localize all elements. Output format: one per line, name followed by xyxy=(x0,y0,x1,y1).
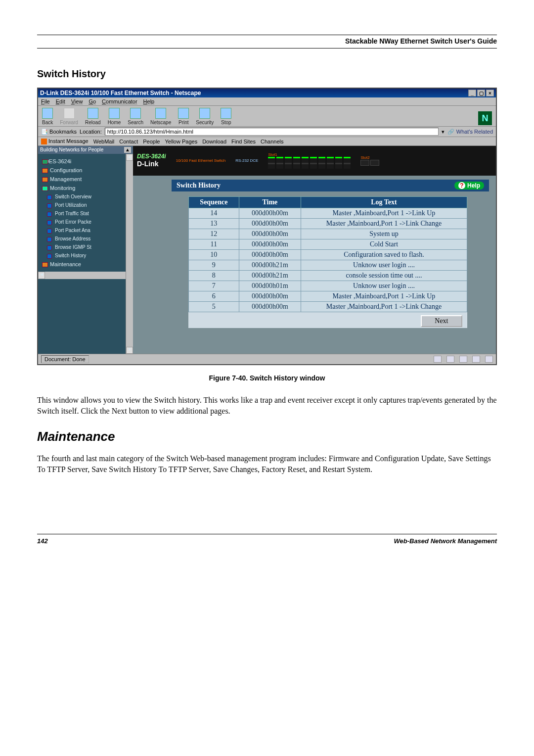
menu-file[interactable]: File xyxy=(41,98,50,104)
sidebar-header: Building Networks for People ▲ xyxy=(38,146,133,154)
tree-port-utilization[interactable]: Port Utilization xyxy=(41,201,133,209)
security-button[interactable]: Security xyxy=(196,108,214,125)
location-bar: 📑 Bookmarks Location: ▾ 🔗 What's Related xyxy=(38,127,496,137)
section-heading-maintenance: Maintenance xyxy=(37,429,497,444)
cell-log-text: Cold Start xyxy=(301,239,467,250)
netscape-logo-icon: N xyxy=(478,111,492,125)
link-channels[interactable]: Channels xyxy=(261,139,283,144)
cell-log-text: Unknow user login .... xyxy=(301,260,467,271)
table-row: 8000d00h21mconsole session time out .... xyxy=(189,271,467,281)
status-bar: Document: Done xyxy=(38,354,496,364)
menu-edit[interactable]: Edit xyxy=(56,98,65,104)
device-subtitle: 10/100 Fast Ethernet Switch xyxy=(176,158,226,163)
maximize-button[interactable]: ▢ xyxy=(477,90,485,96)
back-icon xyxy=(42,108,53,119)
back-button[interactable]: Back xyxy=(42,108,53,125)
table-header-row: Sequence Time Log Text xyxy=(189,197,467,208)
link-people[interactable]: People xyxy=(143,139,160,144)
tree-root[interactable]: DES-3624i xyxy=(41,157,133,166)
cell-log-text: Master ,Mainboard,Port 1 ->Link Change xyxy=(301,302,467,312)
content-area: DES-3624i D-Link 10/100 Fast Ethernet Sw… xyxy=(133,146,496,354)
cell-time: 000d00h00m xyxy=(239,250,301,260)
cell-time: 000d00h00m xyxy=(239,219,301,229)
stop-button[interactable]: Stop xyxy=(221,108,231,125)
col-log-text: Log Text xyxy=(301,197,467,208)
tree-maintenance[interactable]: Maintenance xyxy=(41,260,133,269)
tree-port-packet-ana[interactable]: Port Packet Ana xyxy=(41,226,133,235)
reload-button[interactable]: Reload xyxy=(85,108,101,125)
window-title: D-Link DES-3624i 10/100 Fast Ethernet Sw… xyxy=(40,90,201,96)
cell-log-text: Master ,Mainboard,Port 1 ->Link Up xyxy=(301,291,467,302)
minimize-button[interactable]: _ xyxy=(468,90,476,96)
cell-time: 000d00h21m xyxy=(239,260,301,271)
tree-port-error-packet[interactable]: Port Error Packe xyxy=(41,218,133,226)
slot2-label: Slot2 xyxy=(360,155,379,160)
netscape-button[interactable]: Netscape xyxy=(150,108,171,125)
home-button[interactable]: Home xyxy=(108,108,121,125)
tree-switch-overview[interactable]: Switch Overview xyxy=(41,192,133,201)
figure-caption: Figure 7-40. Switch History window xyxy=(37,374,497,382)
cell-sequence: 9 xyxy=(189,260,239,271)
close-button[interactable]: × xyxy=(486,90,494,96)
netscape-icon xyxy=(155,108,166,119)
search-icon xyxy=(130,108,141,119)
cell-log-text: Master ,Mainboard,Port 1 ->Link Up xyxy=(301,208,467,219)
cell-sequence: 13 xyxy=(189,219,239,229)
help-button[interactable]: Help xyxy=(454,182,484,189)
table-row: 5000d00h00mMaster ,Mainboard,Port 1 ->Li… xyxy=(189,302,467,312)
port-row-bottom xyxy=(268,163,351,169)
status-icon-5 xyxy=(485,356,493,363)
link-webmail[interactable]: WebMail xyxy=(93,139,115,144)
col-sequence: Sequence xyxy=(189,197,239,208)
cell-sequence: 5 xyxy=(189,302,239,312)
guide-title: Stackable NWay Ethernet Switch User's Gu… xyxy=(37,37,497,48)
link-yellow-pages[interactable]: Yellow Pages xyxy=(165,139,198,144)
link-instant-message[interactable]: Instant Message xyxy=(41,138,89,144)
cell-time: 000d00h00m xyxy=(239,291,301,302)
status-icon-1 xyxy=(434,356,442,363)
panel-title: Switch History xyxy=(177,182,221,189)
tree-port-traffic-stat[interactable]: Port Traffic Stat xyxy=(41,209,133,218)
print-button[interactable]: Print xyxy=(178,108,189,125)
tree-switch-history[interactable]: Switch History xyxy=(41,251,133,260)
tree-browse-igmp[interactable]: Browse IGMP St xyxy=(41,243,133,251)
link-download[interactable]: Download xyxy=(202,139,226,144)
next-row: Next xyxy=(189,312,467,329)
location-input[interactable] xyxy=(105,128,439,136)
cell-sequence: 7 xyxy=(189,281,239,291)
flash-icon xyxy=(41,139,47,144)
print-icon xyxy=(178,108,189,119)
cell-sequence: 11 xyxy=(189,239,239,250)
menu-help[interactable]: Help xyxy=(143,98,155,104)
sidebar-hscroll[interactable]: ◀▶ xyxy=(38,272,133,279)
cell-sequence: 8 xyxy=(189,271,239,281)
cell-time: 000d00h01m xyxy=(239,281,301,291)
link-find-sites[interactable]: Find Sites xyxy=(231,139,256,144)
tree-monitoring[interactable]: Monitoring xyxy=(41,184,133,192)
sidebar-scrollbar[interactable]: ▲▼ xyxy=(126,154,133,354)
nav-tree: Building Networks for People ▲ DES-3624i… xyxy=(38,146,133,354)
tree-browse-address[interactable]: Browse Address xyxy=(41,235,133,243)
tree-management[interactable]: Management xyxy=(41,175,133,184)
section-heading-switch-history: Switch History xyxy=(37,68,497,80)
scroll-up-icon[interactable]: ▲ xyxy=(124,147,131,153)
paragraph-maintenance: The fourth and last main category of the… xyxy=(37,453,497,474)
col-time: Time xyxy=(239,197,301,208)
location-label: Location: xyxy=(80,129,102,135)
menu-go[interactable]: Go xyxy=(89,98,96,104)
cell-log-text: console session time out .... xyxy=(301,271,467,281)
tree-configuration[interactable]: Configuration xyxy=(41,166,133,175)
forward-icon xyxy=(64,108,75,119)
rs232-label: RS-232 DCE xyxy=(235,158,258,163)
whats-related-button[interactable]: 🔗 What's Related xyxy=(447,129,493,135)
bookmarks-button[interactable]: 📑 Bookmarks xyxy=(41,129,77,135)
link-contact[interactable]: Contact xyxy=(119,139,138,144)
next-button[interactable]: Next xyxy=(421,315,462,327)
cell-time: 000d00h00m xyxy=(239,208,301,219)
device-front-panel: DES-3624i D-Link 10/100 Fast Ethernet Sw… xyxy=(133,146,496,176)
status-icon-2 xyxy=(446,356,454,363)
search-button[interactable]: Search xyxy=(128,108,143,125)
forward-button[interactable]: Forward xyxy=(60,108,78,125)
menu-communicator[interactable]: Communicator xyxy=(102,98,137,104)
menu-view[interactable]: View xyxy=(71,98,83,104)
